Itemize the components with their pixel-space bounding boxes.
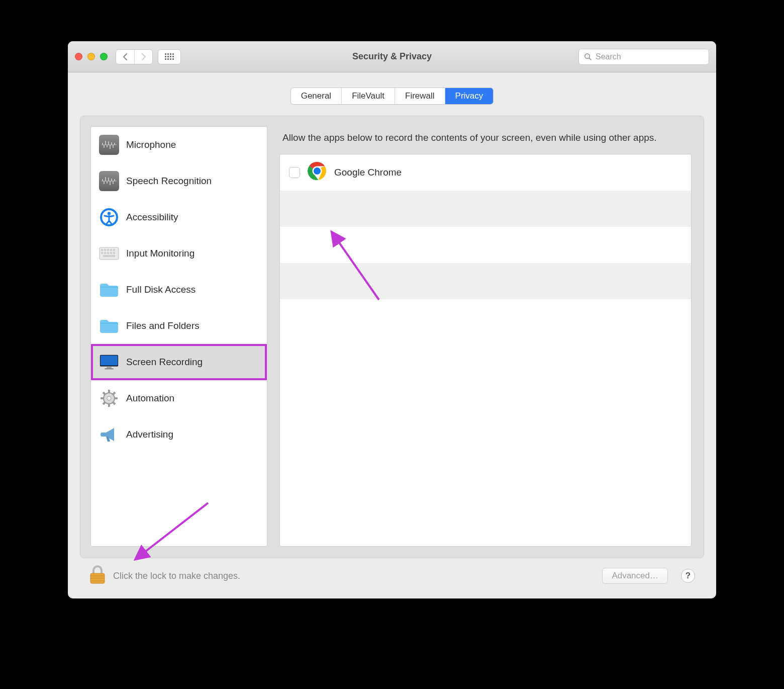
sidebar-item-label: Advertising — [126, 429, 173, 440]
back-button[interactable] — [116, 50, 134, 64]
window-controls — [75, 53, 108, 60]
svg-line-30 — [103, 402, 105, 404]
sidebar-item-label: Speech Recognition — [126, 176, 212, 187]
titlebar: Security & Privacy — [68, 41, 716, 72]
svg-point-33 — [314, 167, 321, 175]
svg-rect-12 — [104, 252, 106, 254]
app-row-empty — [280, 227, 691, 263]
svg-rect-8 — [107, 249, 109, 251]
forward-button[interactable] — [134, 50, 152, 64]
sidebar-item-files-and-folders[interactable]: Files and Folders — [91, 308, 267, 344]
speech-icon — [99, 171, 119, 191]
gear-icon — [99, 388, 119, 408]
megaphone-icon — [99, 424, 119, 445]
svg-rect-19 — [107, 367, 112, 369]
app-row-google-chrome[interactable]: Google Chrome — [280, 154, 691, 191]
advanced-button[interactable]: Advanced… — [602, 568, 668, 584]
sidebar-item-label: Files and Folders — [126, 320, 200, 331]
tab-filevault[interactable]: FileVault — [341, 88, 395, 104]
tab-privacy[interactable]: Privacy — [445, 88, 494, 104]
close-window-button[interactable] — [75, 53, 82, 60]
svg-point-22 — [107, 396, 111, 400]
nav-buttons — [116, 49, 153, 64]
sidebar-item-advertising[interactable]: Advertising — [91, 416, 267, 453]
footer: Click the lock to make changes. Advanced… — [80, 558, 704, 593]
svg-rect-9 — [110, 249, 112, 251]
sidebar-item-speech-recognition[interactable]: Speech Recognition — [91, 163, 267, 199]
search-field[interactable] — [578, 49, 709, 65]
app-permission-list: Google Chrome — [279, 154, 692, 547]
accessibility-icon — [99, 207, 119, 227]
sidebar-item-screen-recording[interactable]: Screen Recording — [91, 344, 267, 380]
sidebar-item-label: Accessibility — [126, 212, 178, 223]
svg-rect-16 — [103, 255, 115, 257]
microphone-icon — [99, 135, 119, 155]
sidebar-item-label: Screen Recording — [126, 357, 203, 368]
lock-hint-text: Click the lock to make changes. — [113, 571, 240, 581]
sidebar-item-automation[interactable]: Automation — [91, 380, 267, 416]
grid-icon — [165, 53, 174, 60]
lock-icon — [89, 565, 106, 585]
zoom-window-button[interactable] — [100, 53, 108, 60]
search-input[interactable] — [596, 52, 704, 61]
tab-general[interactable]: General — [291, 88, 341, 104]
svg-line-1 — [589, 58, 591, 60]
show-all-button[interactable] — [158, 49, 181, 64]
lock-button[interactable] — [89, 565, 106, 587]
sidebar-item-label: Automation — [126, 393, 174, 404]
chrome-icon — [307, 161, 327, 184]
privacy-panel: Microphone Speech Recognition Accessibil… — [80, 116, 704, 558]
sidebar-item-label: Full Disk Access — [126, 284, 195, 295]
folder-icon — [99, 280, 119, 300]
svg-line-29 — [113, 392, 115, 394]
svg-rect-18 — [101, 356, 118, 366]
search-icon — [584, 53, 592, 60]
svg-rect-20 — [105, 368, 113, 369]
tab-firewall[interactable]: Firewall — [395, 88, 445, 104]
help-button[interactable]: ? — [681, 569, 695, 583]
svg-rect-7 — [104, 249, 106, 251]
display-icon — [99, 352, 119, 372]
sidebar-item-accessibility[interactable]: Accessibility — [91, 199, 267, 235]
app-row-empty — [280, 263, 691, 299]
svg-line-27 — [103, 392, 105, 394]
svg-point-4 — [108, 212, 111, 215]
permission-checkbox[interactable] — [289, 167, 300, 178]
privacy-category-list[interactable]: Microphone Speech Recognition Accessibil… — [90, 126, 267, 547]
svg-rect-10 — [113, 249, 115, 251]
sidebar-item-label: Microphone — [126, 139, 176, 150]
sidebar-item-full-disk-access[interactable]: Full Disk Access — [91, 272, 267, 308]
svg-line-28 — [113, 402, 115, 404]
sidebar-item-microphone[interactable]: Microphone — [91, 127, 267, 163]
svg-rect-11 — [101, 252, 103, 254]
tab-bar: General FileVault Firewall Privacy — [290, 88, 494, 105]
privacy-detail-pane: Allow the apps below to record the conte… — [277, 126, 694, 547]
window-body: General FileVault Firewall Privacy Micro… — [68, 72, 716, 598]
description-text: Allow the apps below to record the conte… — [282, 131, 689, 145]
minimize-window-button[interactable] — [87, 53, 95, 60]
sidebar-item-input-monitoring[interactable]: Input Monitoring — [91, 235, 267, 272]
svg-rect-6 — [101, 249, 103, 251]
folder-icon — [99, 316, 119, 336]
preferences-window: Security & Privacy General FileVault Fir… — [68, 41, 716, 598]
sidebar-item-label: Input Monitoring — [126, 248, 194, 259]
svg-rect-15 — [113, 252, 115, 254]
svg-rect-13 — [107, 252, 109, 254]
app-row-empty — [280, 191, 691, 227]
keyboard-icon — [99, 243, 119, 264]
app-name-label: Google Chrome — [334, 167, 402, 178]
svg-rect-14 — [110, 252, 112, 254]
